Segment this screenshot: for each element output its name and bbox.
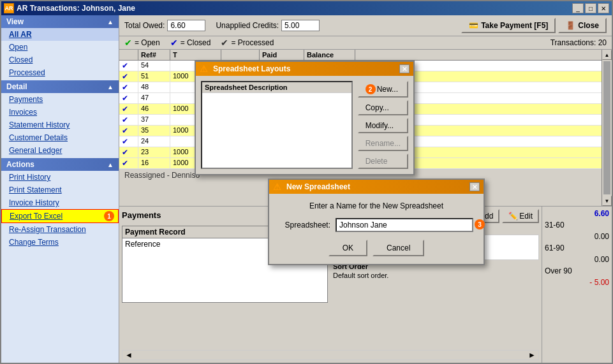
closed-check-icon: ✔ — [170, 38, 178, 48]
scroll-down-btn[interactable]: ▼ — [602, 196, 612, 206]
aging-current-row: 6.60 — [545, 209, 609, 218]
take-payment-btn[interactable]: 💳 Take Payment [F5] — [461, 18, 556, 33]
spreadsheet-delete-btn[interactable]: Delete — [358, 154, 408, 169]
row-ref: 24 — [138, 136, 170, 147]
sidebar-actions-label: Actions — [6, 160, 34, 169]
new-ss-input-row: Spreadsheet: 3 — [279, 218, 473, 232]
horizontal-scrollbar[interactable]: ◄ ► — [122, 350, 539, 360]
maximize-btn[interactable]: □ — [585, 3, 596, 13]
new-ss-title-left: ⚠ New Spreadsheet — [273, 182, 350, 192]
total-owed-field: Total Owed: 6.60 — [124, 20, 205, 31]
row-ref: 35 — [138, 126, 170, 136]
scroll-left-icon[interactable]: ◄ — [122, 351, 135, 360]
table-scrollbar[interactable]: ▲ ▼ — [602, 50, 612, 206]
edit-icon: ✏️ — [508, 212, 518, 221]
scroll-up-btn[interactable]: ▲ — [602, 50, 612, 60]
circle-2-icon: 2 — [366, 84, 376, 94]
row-ref: 51 — [138, 71, 170, 82]
row-ref: 23 — [138, 147, 170, 157]
annotation-circle-1: 1 — [104, 211, 114, 221]
row-check: ✔ — [119, 147, 138, 157]
unapplied-credits-label: Unapplied Credits: — [216, 21, 279, 30]
sidebar-item-print-statement[interactable]: Print Statement — [1, 184, 119, 196]
total-owed-value: 6.60 — [167, 20, 205, 31]
top-action-buttons: 💳 Take Payment [F5] 🚪 Close — [461, 18, 607, 33]
row-check: ✔ — [119, 126, 138, 136]
spreadsheet-listbox[interactable]: Spreadsheet Description — [201, 81, 353, 169]
aging-range1-value: 0.00 — [595, 232, 609, 241]
sidebar-detail-section: Detail ▲ Payments Invoices Statement His… — [1, 80, 119, 157]
sidebar: View ▲ All AR Open Closed Processed — [1, 15, 119, 363]
new-spreadsheet-dialog: ⚠ New Spreadsheet ✕ Enter a Name for the… — [268, 178, 485, 265]
aging-range2-row: 61-90 — [545, 244, 609, 252]
spreadsheet-new-btn[interactable]: 2 New... — [358, 81, 408, 98]
close-window-btn[interactable]: ✕ — [598, 3, 609, 13]
scroll-right-icon[interactable]: ► — [526, 351, 538, 360]
spreadsheet-rename-btn[interactable]: Rename... — [358, 136, 408, 151]
take-payment-label: Take Payment [F5] — [481, 21, 548, 30]
spreadsheet-dialog-body: Spreadsheet Description 2 New... Copy...… — [196, 76, 413, 174]
sidebar-actions-header[interactable]: Actions ▲ — [1, 158, 119, 171]
sidebar-item-change-terms[interactable]: Change Terms — [1, 236, 119, 249]
col-paid: Paid — [260, 50, 304, 60]
edit-btn[interactable]: ✏️ Edit — [502, 209, 539, 223]
spreadsheet-listbox-area: Spreadsheet Description — [201, 81, 353, 169]
sidebar-item-export-to-excel[interactable]: Export To Excel 1 — [1, 209, 119, 223]
window-controls: _ □ ✕ — [572, 3, 609, 13]
unapplied-credits-value: 5.00 — [281, 20, 320, 31]
sidebar-detail-header[interactable]: Detail ▲ — [1, 80, 119, 93]
top-info-bar: Total Owed: 6.60 Unapplied Credits: 5.00… — [119, 15, 612, 36]
aging-range1-label: 31-60 — [545, 221, 565, 229]
spreadsheet-dialog-close[interactable]: ✕ — [399, 64, 410, 73]
sidebar-item-processed[interactable]: Processed — [1, 66, 119, 79]
sidebar-item-re-assign[interactable]: Re-Assign Transaction — [1, 223, 119, 236]
payment-icon: 💳 — [469, 21, 478, 30]
row-ref: 47 — [138, 93, 170, 103]
new-spreadsheet-titlebar: ⚠ New Spreadsheet ✕ — [269, 180, 484, 194]
new-ss-message: Enter a Name for the New Spreadsheet — [279, 201, 473, 210]
close-btn[interactable]: 🚪 Close — [558, 18, 607, 33]
sidebar-item-payments[interactable]: Payments — [1, 93, 119, 106]
spreadsheet-dialog-title-text: Spreadsheet Layouts — [213, 64, 290, 73]
spreadsheet-dialog-icon: ⚠ — [200, 64, 208, 74]
sidebar-view-header[interactable]: View ▲ — [1, 15, 119, 28]
legend-open: ✔ = Open — [124, 38, 160, 48]
sidebar-item-print-history[interactable]: Print History — [1, 171, 119, 184]
new-ss-close-btn[interactable]: ✕ — [469, 182, 480, 191]
sidebar-item-invoice-history[interactable]: Invoice History — [1, 196, 119, 209]
app-icon: AR — [4, 3, 14, 13]
sidebar-item-all-ar[interactable]: All AR — [1, 28, 119, 41]
unapplied-credits-field: Unapplied Credits: 5.00 — [216, 20, 320, 31]
new-ss-spreadsheet-input[interactable] — [336, 218, 473, 232]
col-t: T — [170, 50, 221, 60]
sidebar-actions-section: Actions ▲ Print History Print Statement … — [1, 158, 119, 249]
row-check: ✔ — [119, 104, 138, 114]
new-ss-ok-btn[interactable]: OK — [329, 240, 367, 256]
sidebar-item-general-ledger[interactable]: General Ledger — [1, 144, 119, 157]
sidebar-item-open[interactable]: Open — [1, 41, 119, 54]
sidebar-item-invoices[interactable]: Invoices — [1, 106, 119, 119]
row-check: ✔ — [119, 71, 138, 82]
spreadsheet-copy-btn[interactable]: Copy... — [358, 100, 408, 115]
aging-range1-value-row: 0.00 — [545, 232, 609, 241]
total-owed-label: Total Owed: — [124, 21, 165, 30]
new-ss-action-buttons: OK Cancel — [279, 240, 473, 256]
aging-over90-row: Over 90 — [545, 266, 609, 275]
row-ref: 54 — [138, 61, 170, 71]
spreadsheet-layouts-dialog: ⚠ Spreadsheet Layouts ✕ Spreadsheet Desc… — [195, 61, 415, 175]
aging-over90-value: - 5.00 — [589, 278, 609, 287]
minimize-btn[interactable]: _ — [572, 3, 584, 13]
processed-check-icon: ✔ — [221, 38, 228, 48]
sidebar-item-closed[interactable]: Closed — [1, 54, 119, 66]
spreadsheet-modify-btn[interactable]: Modify... — [358, 118, 408, 133]
aging-current-value: 6.60 — [595, 209, 609, 218]
open-label: = Open — [135, 38, 160, 47]
spreadsheet-listbox-header: Spreadsheet Description — [202, 82, 351, 93]
scroll-thumb[interactable] — [603, 61, 610, 194]
new-ss-dialog-icon: ⚠ — [273, 182, 281, 192]
sidebar-item-customer-details[interactable]: Customer Details — [1, 131, 119, 144]
sidebar-item-statement-history[interactable]: Statement History — [1, 119, 119, 131]
open-check-icon: ✔ — [124, 38, 132, 48]
title-bar-left: AR AR Transactions: Johnson, Jane — [4, 3, 135, 13]
new-ss-cancel-btn[interactable]: Cancel — [373, 240, 424, 256]
